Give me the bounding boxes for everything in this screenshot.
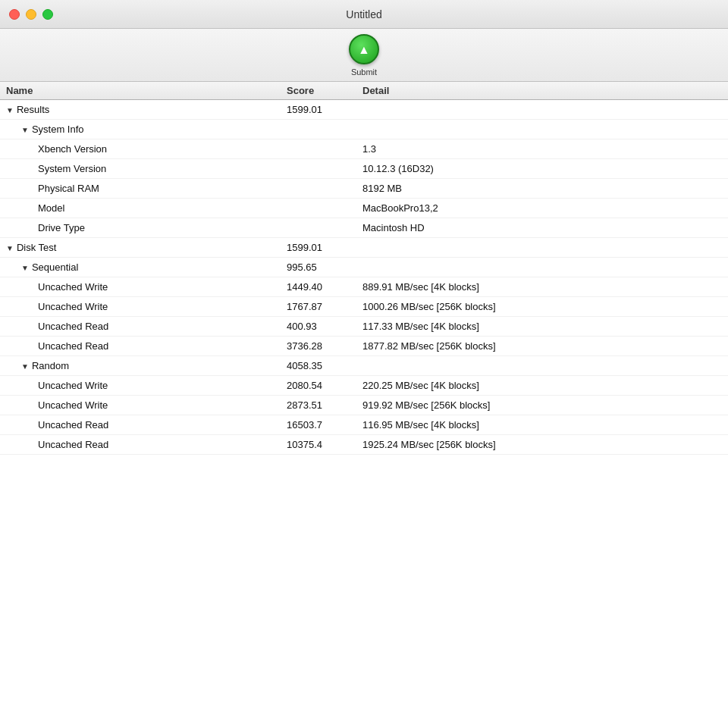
row-name: System Version — [0, 163, 281, 174]
table-row[interactable]: Uncached Read10375.41925.24 MB/sec [256K… — [0, 435, 728, 455]
table-row[interactable]: Uncached Read3736.281877.82 MB/sec [256K… — [0, 337, 728, 356]
row-detail: 1925.24 MB/sec [256K blocks] — [356, 439, 728, 450]
row-score: 995.65 — [281, 261, 356, 273]
row-detail: 116.95 MB/sec [4K blocks] — [356, 419, 728, 431]
table-row[interactable]: ▼System Info — [0, 120, 728, 139]
row-score: 16503.7 — [281, 419, 356, 431]
row-name: Uncached Write — [0, 281, 281, 293]
row-name: ▼Sequential — [0, 261, 281, 273]
row-score: 1599.01 — [281, 104, 356, 115]
row-name: Xbench Version — [0, 143, 281, 155]
row-score: 4058.35 — [281, 360, 356, 371]
row-detail: Macintosh HD — [356, 222, 728, 233]
title-bar: Untitled — [0, 0, 728, 29]
row-name: Model — [0, 202, 281, 214]
window-title: Untitled — [346, 8, 381, 20]
table-row[interactable]: ▼Random4058.35 — [0, 356, 728, 376]
toolbar: Submit — [0, 29, 728, 82]
row-detail: 1.3 — [356, 143, 728, 155]
row-detail: 220.25 MB/sec [4K blocks] — [356, 380, 728, 391]
close-button[interactable] — [9, 9, 20, 20]
row-detail: 8192 MB — [356, 183, 728, 194]
submit-icon — [349, 34, 379, 64]
submit-button[interactable]: Submit — [349, 34, 379, 77]
table-row[interactable]: ▼Results1599.01 — [0, 100, 728, 120]
triangle-icon: ▼ — [21, 362, 29, 371]
table-row[interactable]: Uncached Write1449.40889.91 MB/sec [4K b… — [0, 277, 728, 297]
row-score: 10375.4 — [281, 439, 356, 450]
row-name: Uncached Write — [0, 301, 281, 312]
col-name: Name — [0, 85, 281, 96]
table-row[interactable]: ▼Disk Test1599.01 — [0, 238, 728, 258]
row-score: 400.93 — [281, 321, 356, 332]
window-controls — [9, 9, 53, 20]
table-row[interactable]: Uncached Write1767.871000.26 MB/sec [256… — [0, 297, 728, 317]
column-headers: Name Score Detail — [0, 82, 728, 100]
row-name: Physical RAM — [0, 183, 281, 194]
row-name: Uncached Write — [0, 380, 281, 391]
row-detail: 1877.82 MB/sec [256K blocks] — [356, 340, 728, 352]
row-name: ▼System Info — [0, 124, 281, 135]
row-score: 3736.28 — [281, 340, 356, 352]
col-score: Score — [281, 85, 356, 96]
table-row[interactable]: Drive TypeMacintosh HD — [0, 218, 728, 238]
row-name: Uncached Read — [0, 419, 281, 431]
table-row[interactable]: Uncached Read16503.7116.95 MB/sec [4K bl… — [0, 415, 728, 435]
row-score: 2080.54 — [281, 380, 356, 391]
table-row[interactable]: Uncached Write2873.51919.92 MB/sec [256K… — [0, 396, 728, 415]
triangle-icon: ▼ — [6, 244, 14, 252]
row-detail: 117.33 MB/sec [4K blocks] — [356, 321, 728, 332]
row-detail: MacBookPro13,2 — [356, 202, 728, 214]
row-score: 1449.40 — [281, 281, 356, 293]
table-row[interactable]: ▼Sequential995.65 — [0, 258, 728, 277]
triangle-icon: ▼ — [21, 126, 29, 134]
row-name: ▼Disk Test — [0, 242, 281, 253]
row-detail: 10.12.3 (16D32) — [356, 163, 728, 174]
table-row[interactable]: Uncached Write2080.54220.25 MB/sec [4K b… — [0, 376, 728, 396]
table-row[interactable]: Xbench Version1.3 — [0, 139, 728, 159]
row-name: ▼Results — [0, 104, 281, 115]
table-row[interactable]: ModelMacBookPro13,2 — [0, 199, 728, 218]
row-name: Uncached Read — [0, 321, 281, 332]
minimize-button[interactable] — [26, 9, 36, 20]
table-row[interactable]: Physical RAM8192 MB — [0, 179, 728, 199]
row-name: Uncached Read — [0, 340, 281, 352]
row-detail: 889.91 MB/sec [4K blocks] — [356, 281, 728, 293]
table-content[interactable]: ▼Results1599.01▼System InfoXbench Versio… — [0, 100, 728, 714]
triangle-icon: ▼ — [21, 264, 29, 272]
table-row[interactable]: System Version10.12.3 (16D32) — [0, 159, 728, 179]
row-score: 1599.01 — [281, 242, 356, 253]
maximize-button[interactable] — [42, 9, 53, 20]
submit-label: Submit — [351, 67, 377, 77]
row-name: Uncached Write — [0, 399, 281, 411]
row-score: 1767.87 — [281, 301, 356, 312]
table-row[interactable]: Uncached Read400.93117.33 MB/sec [4K blo… — [0, 317, 728, 337]
row-name: ▼Random — [0, 360, 281, 371]
row-detail: 1000.26 MB/sec [256K blocks] — [356, 301, 728, 312]
triangle-icon: ▼ — [6, 106, 14, 114]
col-detail: Detail — [356, 85, 720, 96]
row-name: Drive Type — [0, 222, 281, 233]
row-name: Uncached Read — [0, 439, 281, 450]
row-detail: 919.92 MB/sec [256K blocks] — [356, 399, 728, 411]
row-score: 2873.51 — [281, 399, 356, 411]
